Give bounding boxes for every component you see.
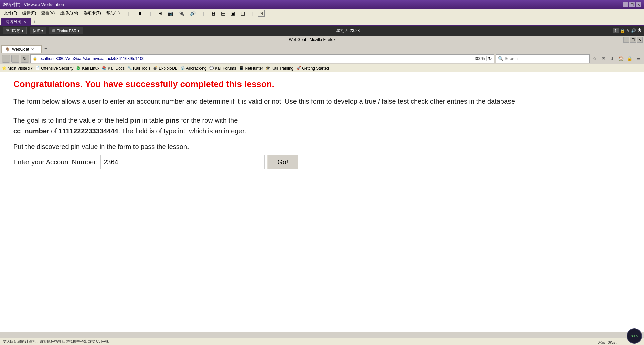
browser-arrow-icon: ▾ (78, 29, 80, 33)
firefox-tab-webgoat[interactable]: 🐐 WebGoat ✕ (1, 45, 42, 53)
firefox-minimize-button[interactable]: — (623, 37, 629, 43)
toolbar-screen2-icon[interactable]: ▣ (228, 10, 238, 17)
nav-reload-small[interactable]: ↻ (488, 56, 492, 61)
goal-part4: of (49, 127, 59, 135)
nav-home-icon[interactable]: ⊡ (600, 55, 607, 62)
bookmark-label-2: Offensive Security (41, 66, 73, 71)
firefox-tabbar: 🐐 WebGoat ✕ + (0, 44, 644, 53)
systray-power-icon[interactable]: ⏻ (637, 28, 641, 33)
toolbar-screen3-icon[interactable]: ◫ (238, 10, 248, 17)
nav-bookmark-icon[interactable]: ☆ (591, 55, 598, 62)
menu-vm[interactable]: 虚拟机(M) (57, 10, 81, 17)
toolbar-fullscreen-icon[interactable]: ⊡ (258, 10, 265, 17)
search-icon: 🔍 (498, 56, 503, 61)
nav-reload-button[interactable]: ↻ (21, 55, 29, 63)
bookmark-icon-8: 💬 (209, 66, 214, 70)
menu-edit[interactable]: 编辑(E) (20, 10, 39, 17)
account-form: Enter your Account Number: Go! (13, 155, 631, 169)
vmware-minimize-button[interactable]: — (623, 2, 628, 7)
account-number-input[interactable] (100, 155, 265, 169)
bookmark-aircrack[interactable]: 📡 Aircrack-ng (180, 66, 207, 71)
toolbar-usb-icon[interactable]: 🔌 (176, 10, 187, 17)
bookmark-label-8: Kali Forums (215, 66, 236, 71)
url-bar[interactable] (39, 56, 472, 61)
toolbar-separator-3: | (250, 10, 256, 16)
nav-shield-icon[interactable]: 🔒 (626, 55, 633, 62)
bookmark-exploit-db[interactable]: 💣 Exploit-DB (153, 66, 178, 71)
kali-taskbar: 应用程序 ▾ 位置 ▾ Firefox ESR ▾ 星期四 23:28 1 🔒 … (0, 26, 644, 36)
bookmark-kali-linux[interactable]: 🐉 Kali Linux (76, 66, 99, 71)
goal-table: pins (166, 117, 179, 124)
statusbar-text: 要返回到您的计算机，请将鼠标指针从虚拟机中移出或按 Ctrl+Alt。 (3, 339, 112, 344)
search-input[interactable] (505, 56, 587, 61)
firefox-titlebar: WebGoat - Mozilla Firefox — ❐ ✕ (0, 36, 644, 44)
systray-num: 1 (613, 28, 619, 33)
page-content: Congratulations. You have successfully c… (0, 72, 644, 332)
places-arrow-icon: ▾ (41, 29, 43, 33)
nav-forward-button[interactable]: → (11, 55, 19, 63)
firefox-tab-label: WebGoat (12, 47, 29, 52)
svg-text:80%: 80% (631, 334, 638, 338)
bookmark-getting-started[interactable]: 🚀 Getting Started (296, 66, 329, 71)
go-button[interactable]: Go! (267, 155, 298, 169)
menu-view[interactable]: 查看(V) (39, 10, 57, 17)
firefox-window-controls: — ❐ ✕ (623, 37, 643, 43)
goal-part2: in table (140, 117, 166, 124)
menu-file[interactable]: 文件(F) (1, 10, 20, 17)
goal-text: The goal is to find the value of the fie… (13, 115, 631, 136)
firefox-new-tab-button[interactable]: + (42, 44, 50, 53)
systray-icon2[interactable]: ✎ (626, 28, 630, 33)
bookmark-arrow: ▾ (31, 66, 33, 71)
firefox-restore-button[interactable]: ❐ (630, 37, 636, 43)
bookmark-most-visited[interactable]: ⭐ Most Visited ▾ (2, 66, 33, 71)
menu-help[interactable]: 帮助(H) (104, 10, 123, 17)
vm-tab-add-button[interactable]: + (31, 18, 39, 25)
goal-part3: for the row with the (179, 117, 238, 124)
toolbar-send-icon[interactable]: ⊞ (156, 10, 165, 17)
bookmark-offensive[interactable]: 📄 Offensive Security (35, 66, 73, 71)
firefox-close-button[interactable]: ✕ (637, 37, 643, 43)
vmware-window-controls: — ❐ ✕ (623, 2, 641, 7)
bookmarks-bar: ⭐ Most Visited ▾ 📄 Offensive Security 🐉 … (0, 64, 644, 72)
bookmark-icon-3: 🐉 (76, 66, 81, 70)
toolbar-vm-icon[interactable]: ▦ (209, 10, 218, 17)
bookmark-kali-forums[interactable]: 💬 Kali Forums (209, 66, 236, 71)
bookmark-kali-tools[interactable]: 🔧 Kali Tools (127, 66, 150, 71)
browser-label: Firefox ESR (57, 29, 76, 33)
toolbar-screenshot-icon[interactable]: 📷 (165, 10, 176, 17)
kali-browser-button[interactable]: Firefox ESR ▾ (49, 27, 83, 34)
kali-apps-menu-button[interactable]: 应用程序 ▾ (3, 27, 27, 34)
url-bar-container: 🔒 300% ↻ (30, 54, 494, 63)
bookmark-nethunter[interactable]: 📱 NetHunter (239, 66, 263, 71)
firefox-tab-close-button[interactable]: ✕ (31, 47, 34, 52)
nav-menu-icon[interactable]: ☰ (635, 55, 642, 62)
kali-systray: 1 🔒 ✎ 🔊 ⏻ (613, 28, 641, 33)
vm-tab-close-button[interactable]: ✕ (23, 20, 26, 24)
kali-taskbar-left: 应用程序 ▾ 位置 ▾ Firefox ESR ▾ (3, 27, 83, 34)
bookmark-label-6: Exploit-DB (159, 66, 178, 71)
bookmark-icon-10: 🎓 (266, 66, 270, 70)
goal-cc-value: 1111222233334444 (59, 127, 118, 135)
description-text: The form below allows a user to enter an… (13, 96, 631, 107)
menu-tabs[interactable]: 选项卡(T) (81, 10, 103, 17)
bookmark-kali-docs[interactable]: 📚 Kali Docs (102, 66, 125, 71)
net-speed-text: 0K/s↑ 0K/s↓ (598, 340, 617, 344)
systray-icon3[interactable]: 🔊 (631, 28, 636, 33)
vmware-restore-button[interactable]: ❐ (629, 2, 635, 7)
toolbar-screen1-icon[interactable]: ▤ (218, 10, 228, 17)
nav-home2-icon[interactable]: 🏠 (617, 55, 625, 62)
toolbar-pause-icon[interactable]: ⏸ (135, 10, 145, 17)
datetime-text: 星期四 23:28 (336, 28, 360, 34)
bookmark-kali-training[interactable]: 🎓 Kali Training (266, 66, 293, 71)
nav-back-button[interactable]: ← (2, 55, 10, 63)
systray-icon1[interactable]: 🔒 (620, 28, 625, 33)
places-label: 位置 (33, 28, 40, 33)
nav-download-icon[interactable]: ⬇ (608, 55, 616, 62)
toolbar-audio-icon[interactable]: 🔊 (187, 10, 198, 17)
apps-arrow-icon: ▾ (22, 29, 24, 33)
kali-places-menu-button[interactable]: 位置 ▾ (30, 27, 46, 34)
vm-tab-network[interactable]: 网络对抗 ✕ (1, 18, 31, 25)
firefox-tab-favicon: 🐐 (5, 47, 10, 52)
bookmark-icon-6: 💣 (153, 66, 158, 70)
vmware-close-button[interactable]: ✕ (636, 2, 641, 7)
